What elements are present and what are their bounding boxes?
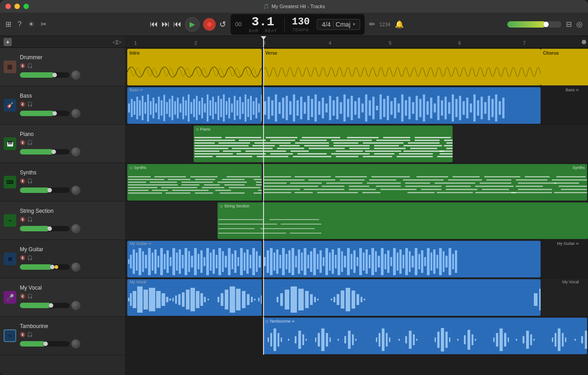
mute-button-synths[interactable]: 🔇 [20,178,25,183]
track-lane-synths: ◇ Synths [125,163,588,202]
svg-rect-241 [322,186,344,187]
svg-rect-503 [389,338,390,342]
clip-drummer-verse[interactable]: Verse [263,49,541,85]
track-lanes: Intro Verse Chorus [125,48,588,355]
clip-vocal-1[interactable] [127,279,262,316]
headphone-button-strings[interactable]: 🎧 [27,217,32,222]
rewind-button[interactable]: ⏮ [150,19,158,29]
svg-rect-395 [390,257,392,266]
pan-knob-strings[interactable] [71,224,80,233]
clip-synths-1[interactable]: ◇ Synths [127,164,262,201]
headphone-button-guitar[interactable]: 🎧 [27,255,32,260]
master-volume-slider[interactable] [507,21,561,28]
mute-button-strings[interactable]: 🔇 [20,217,25,222]
clip-bass-1[interactable] [127,87,262,124]
svg-rect-161 [309,148,345,149]
goto-start-button[interactable]: ⏮ [173,19,181,29]
headphone-button-tambourine[interactable]: 🎧 [27,332,32,337]
close-button[interactable] [5,4,11,9]
svg-rect-253 [376,186,401,187]
pan-knob-piano[interactable] [71,147,80,156]
svg-rect-322 [194,248,197,275]
clip-drummer-intro[interactable]: Intro [127,49,262,85]
volume-slider-synths[interactable] [20,188,69,193]
clip-tambourine-1[interactable]: ◇ Tambourine ∞ [263,318,587,354]
help-icon[interactable]: ? [18,20,22,28]
volume-slider-strings[interactable] [20,226,69,231]
smart-controls-icon[interactable]: ☀ [28,20,34,28]
add-track-button[interactable]: + [4,38,12,46]
svg-rect-69 [275,94,277,122]
volume-slider-vocal[interactable] [20,303,69,308]
mute-button-bass[interactable]: 🔇 [20,102,25,107]
svg-rect-27 [201,98,203,118]
clip-strings-1[interactable]: ◇ String Section [218,202,588,239]
pan-knob-bass[interactable] [71,109,80,118]
play-button[interactable]: ▶ [185,17,199,32]
time-signature[interactable]: 4/4 Cmaj ▾ [317,19,360,30]
svg-rect-274 [525,176,550,178]
pan-knob-vocal[interactable] [71,301,80,310]
clip-vocal-2[interactable] [263,279,541,316]
svg-rect-309 [154,249,157,274]
svg-rect-7 [147,94,149,122]
volume-slider-piano[interactable] [20,149,69,155]
headphone-button-bass[interactable]: 🎧 [27,102,32,107]
lcd-icon[interactable]: ⊟ [566,20,572,28]
clip-bass-2[interactable] [263,87,541,124]
pencil-icon[interactable]: ✏ [369,20,375,28]
svg-rect-334 [231,254,233,269]
svg-rect-231 [254,192,262,194]
dropdown-arrow-icon[interactable]: ▾ [353,22,355,27]
svg-rect-428 [175,295,177,304]
playhead-guitar [263,240,264,278]
clip-piano-1[interactable]: ◇ Piano [194,126,453,162]
pan-knob-guitar[interactable] [71,262,80,272]
headphone-button-drummer[interactable]: 🎧 [27,63,32,68]
mute-button-drummer[interactable]: 🔇 [20,63,25,68]
minimize-button[interactable] [14,4,20,9]
mute-button-piano[interactable]: 🔇 [20,140,25,145]
record-button[interactable] [203,18,216,31]
volume-slider-bass[interactable] [20,111,69,116]
track-lane-strings: ◇ String Section [125,202,588,240]
scissors-icon[interactable]: ✂ [41,20,46,28]
mute-button-guitar[interactable]: 🔇 [20,255,25,260]
svg-rect-399 [403,255,404,268]
waveform-vocal-2 [263,284,541,315]
pan-knob-synths[interactable] [71,186,80,195]
clip-guitar-2[interactable] [263,241,541,277]
svg-rect-2 [134,101,135,115]
svg-rect-507 [413,334,415,345]
svg-rect-521 [500,328,503,351]
headphone-button-piano[interactable]: 🎧 [27,140,32,145]
clip-synths-2[interactable]: Synths [263,164,587,201]
clip-drummer-chorus[interactable]: Chorus [541,49,588,85]
volume-slider-tambourine[interactable] [20,341,69,347]
maximize-button[interactable] [23,4,29,9]
cycle-button[interactable]: ↺ [219,19,226,29]
library-icon[interactable]: ⊞ [5,20,11,28]
svg-rect-240 [290,183,322,184]
mute-button-vocal[interactable]: 🔇 [20,294,25,299]
fast-forward-button[interactable]: ⏭ [162,19,170,29]
svg-rect-175 [363,142,403,144]
svg-rect-314 [170,257,171,266]
headphone-button-vocal[interactable]: 🎧 [27,294,32,299]
svg-rect-301 [130,255,132,268]
metronome-icon[interactable]: 🔔 [395,20,404,28]
volume-slider-guitar[interactable] [20,264,69,270]
volume-slider-drummer[interactable] [20,72,69,78]
headphone-button-synths[interactable]: 🎧 [27,178,32,183]
clip-guitar-1[interactable] [127,241,262,277]
waveform-tambourine [263,326,587,353]
smart-controls-toggle[interactable]: ◁▷ [112,38,121,45]
track-controls-synths: 🔇 🎧 [20,178,121,183]
pan-knob-tambourine[interactable] [71,339,80,348]
pan-knob-drummer[interactable] [71,70,80,80]
svg-rect-337 [240,248,243,275]
headphones-icon[interactable]: ◎ [576,20,583,28]
svg-rect-159 [295,142,329,144]
mute-button-tambourine[interactable]: 🔇 [20,332,25,337]
volume-thumb[interactable] [543,22,549,27]
